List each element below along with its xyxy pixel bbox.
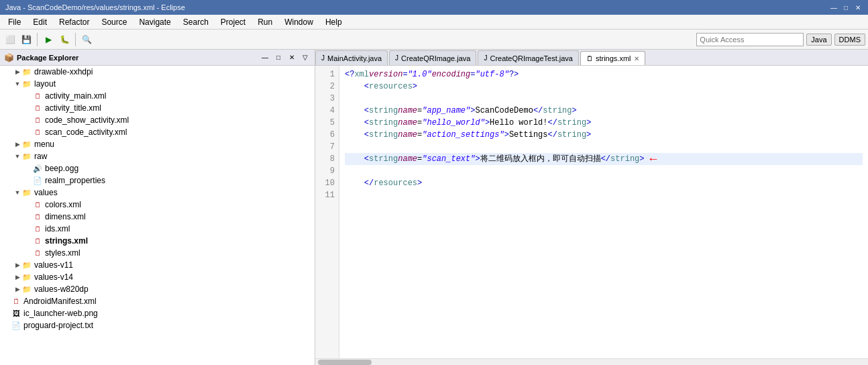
- tree-item[interactable]: ▶📁drawable-xxhdpi: [0, 66, 315, 78]
- maximize-button[interactable]: □: [841, 3, 851, 12]
- tab-label: CreateQRImageTest.java: [490, 54, 573, 62]
- tree-expand-arrow[interactable]: ▶: [13, 141, 21, 148]
- tree-item[interactable]: 🗒activity_main.xml: [0, 90, 315, 102]
- tree-expand-arrow[interactable]: ▶: [13, 274, 21, 280]
- tree-item-label: dimens.xml: [45, 212, 86, 221]
- close-button[interactable]: ✕: [853, 3, 863, 12]
- tree-item[interactable]: ▶📁values-w820dp: [0, 283, 315, 295]
- menu-item-project[interactable]: Project: [215, 16, 251, 28]
- editor-tab[interactable]: JCreateQRImage.java: [389, 50, 476, 65]
- xml-bracket: <?: [345, 68, 354, 81]
- tree-item[interactable]: 🗒styles.xml: [0, 247, 315, 259]
- tree-item[interactable]: ▼📁layout: [0, 78, 315, 90]
- code-area[interactable]: <?xml version="1.0" encoding="utf-8"?> <…: [339, 66, 868, 358]
- tree-item[interactable]: 🗒activity_title.xml: [0, 102, 315, 114]
- tree-item[interactable]: 📄realm_properties: [0, 174, 315, 187]
- sidebar-menu-button[interactable]: ▽: [300, 52, 311, 63]
- tree-item-label: values-v11: [34, 260, 73, 270]
- sidebar: 📦 Package Explorer — □ ✕ ▽ ▶📁drawable-xx…: [0, 50, 315, 365]
- menu-item-edit[interactable]: Edit: [28, 16, 52, 28]
- new-button[interactable]: ⬜: [3, 32, 17, 47]
- tree-expand-arrow[interactable]: ▶: [13, 262, 21, 268]
- xml-value: "1.0": [408, 68, 432, 81]
- tree-item[interactable]: 🗒colors.xml: [0, 199, 315, 211]
- code-line: <string name="app_name">ScanCodeDemo</st…: [345, 105, 863, 117]
- menu-item-window[interactable]: Window: [279, 16, 319, 28]
- menu-item-navigate[interactable]: Navigate: [133, 16, 176, 28]
- scrollbar-thumb[interactable]: [318, 360, 372, 365]
- xml-bracket: >: [413, 81, 417, 93]
- tab-close-button[interactable]: ✕: [634, 55, 639, 62]
- line-number: 5: [315, 117, 335, 129]
- editor-tab[interactable]: JMainActivity.java: [315, 50, 388, 65]
- editor-tab[interactable]: JCreateQRImageTest.java: [478, 50, 579, 65]
- line-number: 10: [315, 177, 335, 189]
- xml-attr: encoding: [432, 68, 471, 81]
- run-button[interactable]: ▶: [41, 32, 56, 47]
- package-explorer-icon: 📦: [4, 53, 14, 62]
- tree-expand-arrow[interactable]: ▼: [13, 189, 21, 196]
- editor-tab[interactable]: 🗒strings.xml✕: [580, 51, 645, 66]
- tree-item-label: raw: [34, 152, 47, 161]
- tree-item[interactable]: 🗒dimens.xml: [0, 211, 315, 223]
- menu-item-source[interactable]: Source: [96, 16, 132, 28]
- menu-item-file[interactable]: File: [3, 16, 26, 28]
- tree-item[interactable]: ▶📁menu: [0, 138, 315, 150]
- menu-item-search[interactable]: Search: [178, 16, 214, 28]
- main-area: 📦 Package Explorer — □ ✕ ▽ ▶📁drawable-xx…: [0, 50, 868, 365]
- tree-item[interactable]: ▼📁values: [0, 187, 315, 199]
- toolbar-right: Java DDMS: [696, 33, 865, 46]
- tab-icon: J: [395, 54, 398, 62]
- tree-item-label: strings.xml: [45, 236, 88, 246]
- tree-item-icon: 🗒: [32, 199, 43, 210]
- minimize-button[interactable]: —: [829, 3, 838, 12]
- sidebar-maximize-button[interactable]: □: [273, 52, 284, 63]
- menu-item-run[interactable]: Run: [252, 16, 278, 28]
- tree-item[interactable]: 🖼ic_launcher-web.png: [0, 307, 315, 319]
- xml-tag: xml: [354, 68, 369, 81]
- sidebar-title: Package Explorer: [17, 54, 257, 62]
- sidebar-close-button[interactable]: ✕: [286, 52, 297, 63]
- tree-expand-arrow[interactable]: ▼: [13, 81, 21, 87]
- tree-item[interactable]: 📄proguard-project.txt: [0, 319, 315, 331]
- tree-expand-arrow[interactable]: ▼: [13, 153, 21, 160]
- horizontal-scrollbar[interactable]: [315, 358, 868, 365]
- tree-item-icon: 📁: [21, 151, 32, 162]
- save-button[interactable]: 💾: [19, 32, 34, 47]
- tree-item[interactable]: 🗒code_show_activity.xml: [0, 114, 315, 126]
- tree-item-label: colors.xml: [45, 200, 81, 209]
- java-perspective-button[interactable]: Java: [806, 34, 831, 46]
- tree-expand-arrow[interactable]: ▶: [13, 68, 21, 75]
- tree-item[interactable]: 🗒AndroidManifest.xml: [0, 295, 315, 307]
- editor[interactable]: 1234567891011 <?xml version="1.0" encodi…: [315, 66, 868, 358]
- tree-item[interactable]: ▼📁raw: [0, 150, 315, 162]
- tree-item[interactable]: 🗒ids.xml: [0, 223, 315, 235]
- line-number: 3: [315, 93, 335, 105]
- menu-item-refactor[interactable]: Refactor: [54, 16, 95, 28]
- tree-item[interactable]: ▶📁values-v14: [0, 271, 315, 283]
- tree-item[interactable]: 🔊beep.ogg: [0, 162, 315, 174]
- tree-item[interactable]: ▶📁values-v11: [0, 259, 315, 271]
- tree-item-label: layout: [34, 79, 56, 89]
- tree-item-label: scan_code_activity.xml: [45, 127, 127, 137]
- search-button[interactable]: 🔍: [79, 32, 94, 47]
- tree-item-label: ids.xml: [45, 224, 70, 233]
- quick-access-input[interactable]: [700, 36, 800, 44]
- tree-expand-arrow[interactable]: ▶: [13, 286, 21, 293]
- quick-access-box[interactable]: [696, 33, 804, 46]
- sidebar-minimize-button[interactable]: —: [260, 52, 270, 63]
- tree-item-icon: 🗒: [32, 223, 43, 234]
- ddms-perspective-button[interactable]: DDMS: [834, 34, 865, 46]
- title-bar: Java - ScanCodeDemo/res/values/strings.x…: [0, 0, 868, 15]
- tree-item-icon: 🗒: [32, 211, 43, 222]
- debug-button[interactable]: 🐛: [57, 32, 72, 47]
- tree-item-icon: 🗒: [32, 127, 43, 138]
- xml-eq: =: [402, 68, 407, 81]
- line-number: 4: [315, 105, 335, 117]
- tree-item[interactable]: 🗒strings.xml: [0, 235, 315, 247]
- arrow-annotation: ←: [650, 153, 657, 165]
- tree-item[interactable]: 🗒scan_code_activity.xml: [0, 126, 315, 138]
- window-controls[interactable]: — □ ✕: [829, 3, 863, 12]
- menu-item-help[interactable]: Help: [320, 16, 347, 28]
- tree-item-label: menu: [34, 140, 54, 149]
